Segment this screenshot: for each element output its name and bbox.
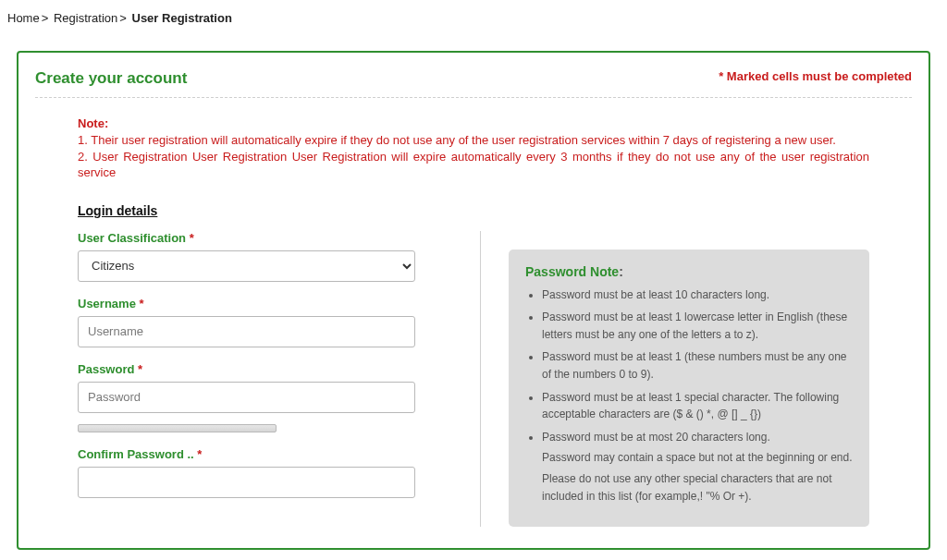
breadcrumb: Home> Registration> User Registration — [0, 0, 947, 36]
form-column: User Classification * Citizens Username … — [78, 231, 443, 528]
password-rule: Password must be at least 10 characters … — [542, 286, 853, 304]
breadcrumb-current: User Registration — [132, 11, 232, 25]
breadcrumb-registration[interactable]: Registration — [54, 11, 117, 25]
password-note-list: Password must be at least 10 characters … — [542, 286, 853, 505]
field-password: Password * — [78, 362, 415, 413]
label-password: Password * — [78, 362, 415, 376]
login-details-heading: Login details — [78, 203, 869, 218]
password-rule-extra: Password may contain a space but not at … — [542, 449, 853, 467]
note-line-2: 2. User Registration User Registration U… — [78, 149, 869, 181]
note-block: Note: 1. Their user registration will au… — [78, 116, 869, 181]
username-input[interactable] — [78, 316, 415, 347]
password-rule: Password must be at least 1 (these numbe… — [542, 348, 853, 383]
password-rule: Password must be at least 1 lowercase le… — [542, 309, 853, 343]
field-username: Username * — [78, 297, 415, 347]
password-rule: Password must be at most 20 characters l… — [542, 429, 853, 505]
password-note-box: Password Note Password must be at least … — [509, 250, 869, 528]
password-rule-extra: Please do not use any other special char… — [542, 470, 853, 505]
field-confirm-password: Confirm Password .. * — [78, 447, 415, 498]
password-note-title: Password Note — [525, 264, 853, 279]
label-username: Username * — [78, 297, 415, 310]
note-heading: Note: — [78, 116, 869, 130]
password-strength-meter — [78, 424, 277, 432]
label-user-classification: User Classification * — [78, 231, 415, 245]
label-confirm-password: Confirm Password .. * — [78, 447, 415, 461]
registration-panel: Create your account * Marked cells must … — [17, 51, 930, 550]
user-classification-select[interactable]: Citizens — [78, 250, 415, 282]
note-line-1: 1. Their user registration will automati… — [78, 132, 869, 149]
breadcrumb-home[interactable]: Home — [7, 11, 40, 25]
page-title: Create your account — [35, 69, 187, 88]
password-rule: Password must be at least 1 special char… — [542, 389, 853, 423]
password-input[interactable] — [78, 382, 415, 413]
required-fields-note: * Marked cells must be completed — [719, 69, 912, 83]
divider — [35, 97, 912, 98]
password-note-column: Password Note Password must be at least … — [480, 231, 869, 528]
field-user-classification: User Classification * Citizens — [78, 231, 415, 282]
confirm-password-input[interactable] — [78, 467, 415, 498]
